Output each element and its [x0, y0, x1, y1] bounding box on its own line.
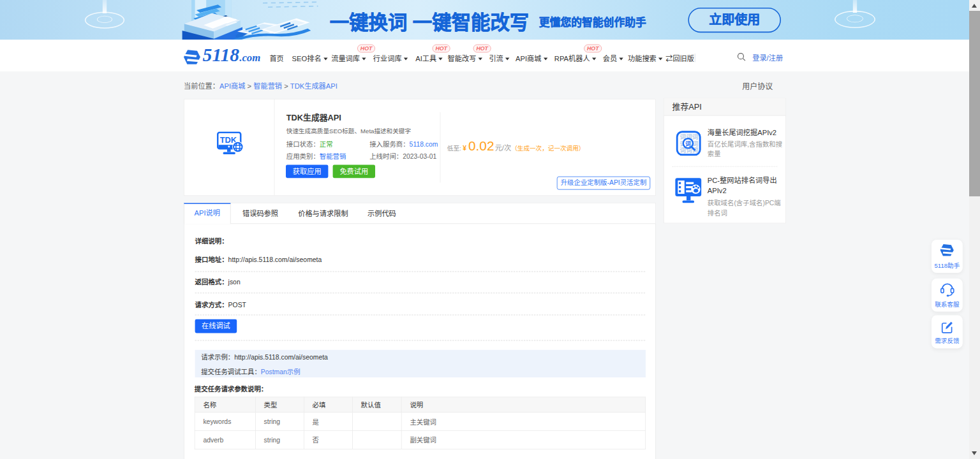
svg-text:词: 词 — [685, 140, 691, 147]
